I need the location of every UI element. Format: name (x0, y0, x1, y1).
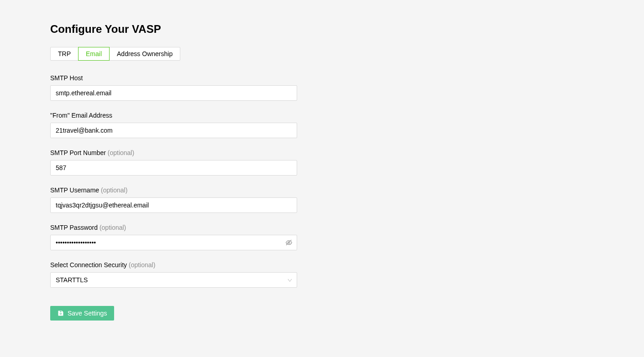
smtp-password-label: SMTP Password (optional) (50, 224, 594, 231)
smtp-port-input[interactable] (50, 160, 297, 176)
tab-trp[interactable]: TRP (50, 47, 79, 61)
tab-address-ownership[interactable]: Address Ownership (109, 47, 180, 61)
smtp-username-input[interactable] (50, 197, 297, 213)
smtp-host-input[interactable] (50, 85, 297, 101)
tabs: TRP Email Address Ownership (50, 47, 594, 61)
tab-email[interactable]: Email (78, 47, 110, 61)
from-email-label: "From" Email Address (50, 112, 594, 119)
smtp-port-label: SMTP Port Number (optional) (50, 149, 594, 156)
from-email-input[interactable] (50, 123, 297, 138)
smtp-username-label: SMTP Username (optional) (50, 186, 594, 194)
save-settings-button[interactable]: Save Settings (50, 306, 114, 321)
chevron-down-icon (287, 277, 293, 283)
eye-off-icon[interactable] (285, 239, 293, 246)
connection-security-select[interactable]: STARTTLS (50, 272, 297, 288)
smtp-host-label: SMTP Host (50, 74, 594, 82)
smtp-password-input[interactable] (50, 235, 297, 250)
save-icon (58, 310, 64, 316)
connection-security-label: Select Connection Security (optional) (50, 261, 594, 269)
page-title: Configure Your VASP (50, 23, 594, 36)
